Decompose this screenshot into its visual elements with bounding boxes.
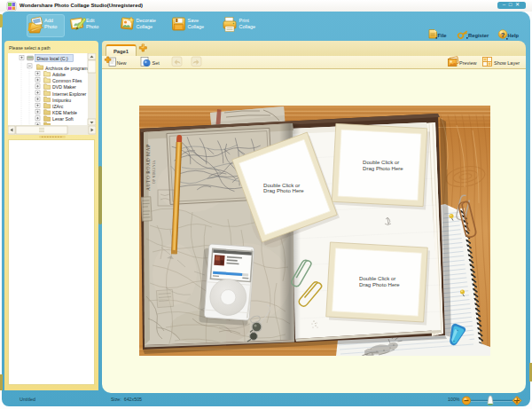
- svg-text:Lexar Soft: Lexar Soft: [52, 116, 74, 122]
- svg-text:Common Files: Common Files: [52, 78, 82, 83]
- svg-text:?: ?: [501, 31, 505, 39]
- svg-text:Drag Photo Here: Drag Photo Here: [359, 281, 400, 287]
- svg-text:Drag Photo Here: Drag Photo Here: [263, 187, 304, 193]
- svg-text:IZArc: IZArc: [52, 104, 64, 109]
- svg-text:KDE Marble: KDE Marble: [52, 110, 77, 115]
- svg-text:AUTO ROAD MAP: AUTO ROAD MAP: [145, 144, 151, 191]
- svg-text:Internet Explorer: Internet Explorer: [52, 91, 87, 97]
- svg-text:Intipunku: Intipunku: [52, 98, 71, 103]
- svg-text:Disco local (C:): Disco local (C:): [37, 56, 68, 61]
- svg-text:Archivos de programa: Archivos de programa: [45, 66, 90, 71]
- svg-text:Adobe: Adobe: [52, 72, 66, 77]
- svg-text:DVD Maker: DVD Maker: [52, 84, 76, 90]
- svg-text:OF VIRGINIA: OF VIRGINIA: [153, 161, 156, 184]
- svg-text:Drag Photo Here: Drag Photo Here: [363, 165, 403, 171]
